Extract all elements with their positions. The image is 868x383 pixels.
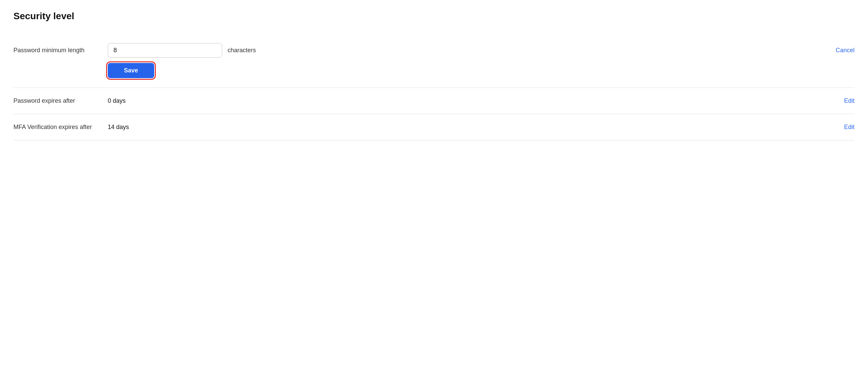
password-min-length-label: Password minimum length xyxy=(13,47,108,54)
mfa-verification-edit-button[interactable]: Edit xyxy=(844,124,855,131)
password-min-length-input[interactable] xyxy=(108,43,222,58)
cancel-button[interactable]: Cancel xyxy=(836,47,855,54)
characters-label: characters xyxy=(227,47,256,54)
password-expires-label: Password expires after xyxy=(13,97,108,105)
settings-section: Password minimum length characters Cance… xyxy=(13,34,855,141)
password-expires-row: Password expires after 0 days Edit xyxy=(13,88,855,114)
save-button[interactable]: Save xyxy=(108,63,154,78)
mfa-verification-value: 14 days xyxy=(108,124,844,131)
page-title: Security level xyxy=(13,11,855,22)
save-button-row: Save xyxy=(13,63,154,78)
password-min-length-edit-area: characters xyxy=(108,43,836,58)
password-min-length-row: Password minimum length characters Cance… xyxy=(13,34,855,88)
mfa-verification-label: MFA Verification expires after xyxy=(13,124,108,131)
password-expires-edit-button[interactable]: Edit xyxy=(844,97,855,105)
password-expires-value: 0 days xyxy=(108,97,844,105)
mfa-verification-row: MFA Verification expires after 14 days E… xyxy=(13,114,855,141)
